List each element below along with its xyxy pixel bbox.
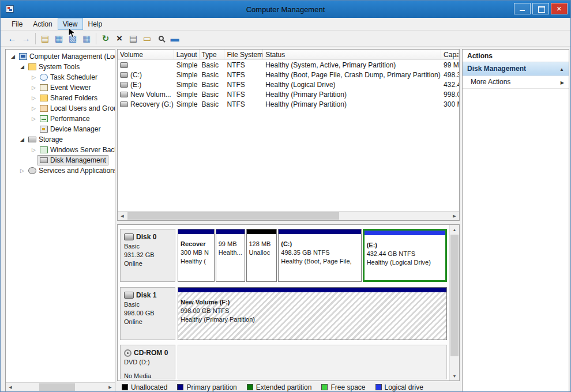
- volume-icon: [120, 62, 128, 68]
- partition-c[interactable]: (C:) 498.35 GB NTFS Healthy (Boot, Page …: [278, 229, 361, 282]
- cdrom-label[interactable]: CD-ROM 0 DVD (D:) No Media: [120, 345, 175, 379]
- volume-list-pane: Volume Layout Type File System Status Ca…: [117, 49, 460, 221]
- open-button[interactable]: [140, 32, 154, 46]
- partition-unallocated[interactable]: 128 MB Unalloc: [246, 229, 277, 282]
- expand-arrow-icon[interactable]: [18, 64, 26, 70]
- scroll-up-arrow[interactable]: [450, 225, 459, 234]
- back-button[interactable]: [5, 32, 19, 46]
- partition-e[interactable]: (E:) 432.44 GB NTFS Healthy (Logical Dri…: [363, 229, 447, 282]
- show-action-pane-button[interactable]: [80, 32, 93, 46]
- tree-item-storage[interactable]: Storage: [6, 134, 115, 145]
- services-gear-icon: [28, 167, 36, 174]
- actions-more-actions[interactable]: More Actions: [463, 76, 569, 89]
- scroll-right-arrow[interactable]: [106, 383, 115, 391]
- tree-item-computer-management[interactable]: Computer Management (Local: [6, 51, 115, 62]
- scrollbar-thumb[interactable]: [39, 383, 75, 391]
- expand-arrow-icon[interactable]: [9, 54, 17, 59]
- collapse-arrow-icon[interactable]: [30, 147, 37, 153]
- volume-type: Basic: [200, 71, 225, 79]
- maximize-button[interactable]: [532, 3, 549, 14]
- forward-button[interactable]: [19, 32, 33, 46]
- actions-disk-management[interactable]: Disk Management: [463, 62, 569, 76]
- partition-legend: Unallocated Primary partition Extended p…: [117, 382, 460, 392]
- column-header-file-system[interactable]: File System: [224, 50, 263, 59]
- volume-filesystem: NTFS: [224, 100, 263, 108]
- tree-item-disk-management[interactable]: Disk Management: [6, 155, 115, 165]
- menu-file[interactable]: File: [6, 18, 28, 30]
- scrollbar-thumb[interactable]: [127, 212, 339, 220]
- menu-help[interactable]: Help: [83, 18, 108, 30]
- disk-type: Basic: [124, 300, 171, 309]
- tree-item-system-tools[interactable]: System Tools: [6, 62, 115, 72]
- chevron-up-icon[interactable]: [559, 65, 564, 73]
- delete-button[interactable]: [112, 32, 126, 46]
- tree-item-task-scheduler[interactable]: Task Scheduler: [6, 72, 115, 82]
- minimize-button[interactable]: [514, 3, 531, 14]
- partition-f-new-volume[interactable]: New Volume (F:) 998.00 GB NTFS Healthy (…: [178, 287, 447, 340]
- volume-icon: [120, 92, 128, 97]
- volume-filesystem: NTFS: [224, 81, 263, 89]
- tree-item-device-manager[interactable]: Device Manager: [6, 124, 115, 134]
- tree-item-label: Storage: [39, 135, 63, 144]
- volume-icon: [120, 82, 128, 88]
- column-header-capacity[interactable]: Capa: [441, 50, 459, 59]
- graphics-vertical-scrollbar[interactable]: [449, 225, 459, 380]
- chevron-right-icon[interactable]: [561, 78, 564, 86]
- volume-row[interactable]: (E:) Simple Basic NTFS Healthy (Logical …: [118, 80, 459, 89]
- properties-button[interactable]: [126, 32, 140, 46]
- expand-arrow-icon[interactable]: [18, 137, 26, 142]
- tree-horizontal-scrollbar[interactable]: [6, 382, 115, 391]
- disk1-label[interactable]: Disk 1 Basic 998.00 GB Online: [120, 287, 175, 340]
- close-button[interactable]: [551, 3, 568, 14]
- toolbar-separator: [96, 33, 96, 44]
- volume-row[interactable]: (C:) Simple Basic NTFS Healthy (Boot, Pa…: [118, 70, 459, 80]
- partition-recovery[interactable]: Recover 300 MB N Healthy (: [178, 229, 215, 282]
- refresh-button[interactable]: [99, 32, 112, 46]
- scroll-down-arrow[interactable]: [450, 371, 459, 380]
- volume-type: Basic: [200, 100, 225, 108]
- scroll-left-arrow[interactable]: [118, 212, 127, 220]
- tree-item-performance[interactable]: Performance: [6, 114, 115, 124]
- volume-row[interactable]: New Volum... Simple Basic NTFS Healthy (…: [118, 89, 459, 99]
- find-button[interactable]: [154, 32, 168, 46]
- storage-disk-icon: [28, 137, 36, 142]
- column-header-status[interactable]: Status: [263, 50, 441, 59]
- volume-row[interactable]: Simple Basic NTFS Healthy (System, Activ…: [118, 60, 459, 70]
- collapse-arrow-icon[interactable]: [30, 95, 37, 101]
- volume-capacity: 99 M: [441, 61, 459, 69]
- disk0-label[interactable]: Disk 0 Basic 931.32 GB Online: [120, 229, 175, 282]
- disk-properties-button[interactable]: [168, 32, 182, 46]
- tree-item-services-and-applications[interactable]: Services and Applications: [6, 165, 115, 176]
- cdrom-media-status: No Media: [124, 372, 171, 380]
- tree-item-shared-folders[interactable]: Shared Folders: [6, 93, 115, 103]
- collapse-arrow-icon[interactable]: [30, 85, 37, 91]
- scrollbar-thumb[interactable]: [450, 235, 459, 356]
- collapse-arrow-icon[interactable]: [30, 116, 37, 122]
- mouse-cursor: [68, 27, 76, 40]
- collapse-arrow-icon[interactable]: [18, 168, 26, 174]
- scroll-left-arrow[interactable]: [6, 383, 15, 391]
- tree-item-local-users-and-groups[interactable]: Local Users and Groups: [6, 103, 115, 114]
- volume-row[interactable]: Recovery (G:) Simple Basic NTFS Healthy …: [118, 99, 459, 109]
- collapse-arrow-icon[interactable]: [30, 105, 37, 111]
- show-console-tree-button[interactable]: [52, 32, 66, 46]
- volume-filesystem: NTFS: [224, 61, 263, 69]
- tree-item-event-viewer[interactable]: Event Viewer: [6, 82, 115, 93]
- device-manager-icon: [40, 126, 48, 133]
- collapse-arrow-icon[interactable]: [30, 74, 37, 80]
- column-header-volume[interactable]: Volume: [118, 50, 174, 59]
- disk-size: 931.32 GB: [124, 251, 171, 259]
- app-icon: [6, 5, 14, 13]
- column-header-type[interactable]: Type: [200, 50, 225, 59]
- volume-capacity: 300 M: [441, 100, 459, 108]
- tree-item-windows-server-backup[interactable]: Windows Server Backup: [6, 145, 115, 155]
- tree-item-label: Computer Management (Local: [29, 52, 115, 61]
- volume-status: Healthy (Primary Partition): [263, 100, 441, 108]
- column-header-layout[interactable]: Layout: [174, 50, 200, 59]
- partition-efi[interactable]: 99 MB Health...: [216, 229, 245, 282]
- unallocated-band: [247, 229, 277, 234]
- volume-horizontal-scrollbar[interactable]: [118, 211, 459, 220]
- menu-action[interactable]: Action: [28, 18, 57, 30]
- scroll-right-arrow[interactable]: [450, 212, 459, 220]
- export-list-button[interactable]: [38, 32, 52, 46]
